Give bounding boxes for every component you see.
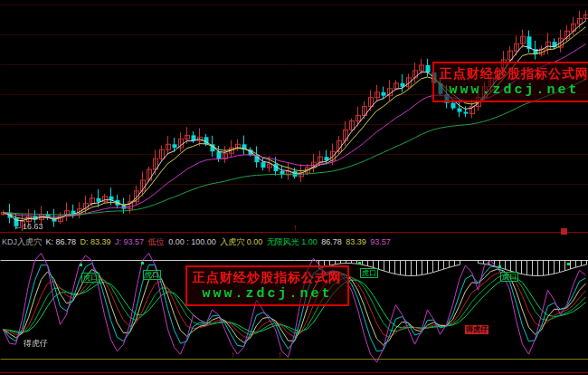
signal-dot (358, 262, 361, 264)
status-segment: 入虎穴 0.00 (218, 237, 263, 246)
signal-dot (567, 263, 570, 265)
buy-arrow-icon: ↑ (278, 351, 282, 360)
indicator-status-bar: KDJ入虎穴 K: 86.78 D: 83.39 J: 93.57 低位 0.0… (0, 232, 588, 252)
status-segment: K: 86.78 (43, 237, 76, 246)
watermark-top: 正点财经炒股指标公式网 www.zdcj.net (432, 62, 588, 102)
watermark-url: www.zdcj.net (440, 82, 588, 98)
status-segment: 0.00 : 100.00 (166, 237, 216, 246)
tiger-cub-badge: 得虎仔 (465, 325, 488, 334)
status-segment: D: 83.39 (78, 237, 111, 246)
buy-arrow-icon: ↑ (231, 351, 235, 360)
tiger-mouth-badge: 虎口 (360, 268, 378, 278)
status-segment: J: 93.57 (113, 237, 145, 246)
candlestick-panel[interactable] (0, 0, 588, 232)
signal-dot (498, 265, 501, 268)
tiger-mouth-badge: 虎口 (81, 273, 100, 283)
watermark-title: 正点财经炒股指标公式网 (440, 66, 588, 82)
tiger-mouth-badge: 虎口 (500, 272, 518, 282)
watermark-bottom: 正点财经炒股指标公式网 www.zdcj.net (185, 265, 349, 306)
watermark-title: 正点财经炒股指标公式网 (193, 270, 342, 286)
watermark-url: www.zdcj.net (193, 286, 342, 302)
tiger-mouth-badge: 虎口 (143, 270, 161, 280)
signal-dot (141, 262, 144, 264)
signal-dot (80, 264, 82, 266)
divider-red-square-icon (561, 228, 567, 235)
status-segment: 83.39 (344, 237, 366, 246)
status-segment: 93.57 (368, 237, 391, 246)
lowest-price-label: ←16.63 (14, 222, 43, 231)
divider-arrow-icon: ↑ (293, 224, 298, 232)
status-segment: KDJ入虎穴 (2, 237, 42, 246)
status-segment: 低位 (146, 237, 165, 246)
stock-chart-app: KDJ入虎穴 K: 86.78 D: 83.39 J: 93.57 低位 0.0… (0, 0, 588, 375)
tiger-cub-label: 得虎仔 (24, 339, 48, 348)
status-segment: 86.78 (319, 237, 342, 246)
status-segment: 无限风光 1.00 (264, 237, 318, 246)
